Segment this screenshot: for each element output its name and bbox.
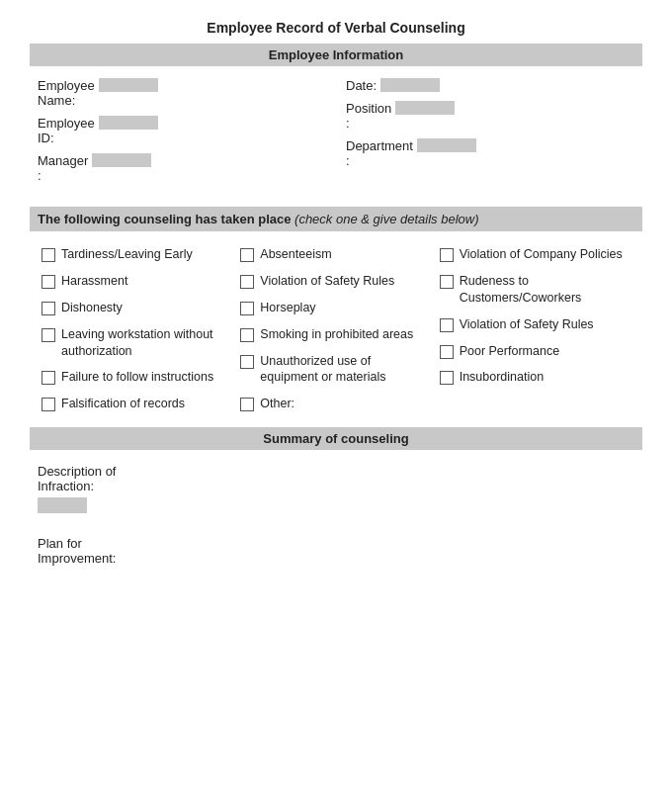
checkbox-rudeness-label: Rudeness to Customers/Coworkers xyxy=(460,273,630,307)
checkbox-rudeness: Rudeness to Customers/Coworkers xyxy=(436,268,634,312)
manager-value xyxy=(92,153,151,167)
description-field: Description ofInfraction: xyxy=(38,464,634,516)
checkbox-violation-safety-box[interactable] xyxy=(240,275,254,289)
checkbox-harassment-label: Harassment xyxy=(61,273,127,290)
checkbox-falsification: Falsification of records xyxy=(38,391,236,417)
checkbox-absenteeism-box[interactable] xyxy=(240,248,254,262)
department-label: Department: xyxy=(346,138,413,168)
plan-field: Plan forImprovement: xyxy=(38,536,634,566)
checkbox-poor-performance-box[interactable] xyxy=(440,345,454,359)
position-label: Position: xyxy=(346,101,391,131)
name-value xyxy=(99,78,158,92)
checkbox-violation-company-label: Violation of Company Policies xyxy=(460,246,623,263)
manager-label: Manager: xyxy=(38,153,88,183)
employee-info-right: Date: Position: Department: xyxy=(346,78,634,183)
checkbox-absenteeism: Absenteeism xyxy=(236,241,435,268)
checkbox-horseplay-label: Horseplay xyxy=(260,300,315,316)
checkbox-dishonesty-label: Dishonesty xyxy=(61,300,123,316)
checkbox-leaving-workstation-box[interactable] xyxy=(42,328,55,342)
date-value xyxy=(380,78,440,92)
checkbox-poor-performance: Poor Performance xyxy=(436,338,634,365)
checkbox-smoking-box[interactable] xyxy=(240,328,254,342)
employee-info-section: Employee Information EmployeeName: Emplo… xyxy=(30,44,642,195)
position-field-row: Position: xyxy=(346,101,634,131)
checkbox-tardiness-label: Tardiness/Leaving Early xyxy=(61,246,193,263)
date-label: Date: xyxy=(346,78,377,93)
counseling-header-italic: (check one & give details below) xyxy=(294,212,478,226)
checkboxes-col3: Violation of Company Policies Rudeness t… xyxy=(436,241,634,417)
description-value xyxy=(38,497,87,513)
checkbox-violation-safety2-box[interactable] xyxy=(440,318,454,332)
checkbox-violation-safety2-label: Violation of Safety Rules xyxy=(460,316,594,333)
summary-body: Description ofInfraction: Plan forImprov… xyxy=(30,460,642,583)
counseling-header-bold: The following counseling has taken place xyxy=(38,212,291,226)
summary-header: Summary of counseling xyxy=(30,427,642,450)
checkbox-harassment: Harassment xyxy=(38,268,236,295)
checkbox-leaving-workstation-label: Leaving workstation without authorizatio… xyxy=(61,326,232,360)
checkbox-poor-performance-label: Poor Performance xyxy=(460,343,559,360)
id-label: EmployeeID: xyxy=(38,116,95,145)
employee-info-left: EmployeeName: EmployeeID: Manager: xyxy=(38,78,326,183)
checkbox-unauthorized-equipment: Unauthorized use of equipment or materia… xyxy=(236,348,435,392)
checkbox-unauthorized-equipment-label: Unauthorized use of equipment or materia… xyxy=(260,353,431,387)
checkbox-insubordination: Insubordination xyxy=(436,364,634,391)
checkbox-violation-company: Violation of Company Policies xyxy=(436,241,634,268)
checkbox-dishonesty: Dishonesty xyxy=(38,295,236,321)
description-label: Description ofInfraction: xyxy=(38,464,634,493)
checkboxes-grid: Tardiness/Leaving Early Harassment Disho… xyxy=(30,241,642,417)
checkbox-violation-safety: Violation of Safety Rules xyxy=(236,268,435,295)
counseling-section: The following counseling has taken place… xyxy=(30,207,642,417)
checkbox-unauthorized-equipment-box[interactable] xyxy=(240,355,254,369)
date-field-row: Date: xyxy=(346,78,634,93)
checkboxes-col2: Absenteeism Violation of Safety Rules Ho… xyxy=(236,241,435,417)
checkbox-absenteeism-label: Absenteeism xyxy=(260,246,331,263)
checkbox-insubordination-label: Insubordination xyxy=(460,369,544,386)
checkboxes-col1: Tardiness/Leaving Early Harassment Disho… xyxy=(38,241,236,417)
main-title: Employee Record of Verbal Counseling xyxy=(30,20,642,36)
manager-field-row: Manager: xyxy=(38,153,326,183)
checkbox-falsification-label: Falsification of records xyxy=(61,396,185,412)
checkbox-smoking: Smoking in prohibited areas xyxy=(236,321,435,348)
checkbox-leaving-workstation: Leaving workstation without authorizatio… xyxy=(38,321,236,365)
id-value xyxy=(99,116,158,130)
employee-info-header: Employee Information xyxy=(30,44,642,66)
department-field-row: Department: xyxy=(346,138,634,168)
checkbox-tardiness: Tardiness/Leaving Early xyxy=(38,241,236,268)
checkbox-harassment-box[interactable] xyxy=(42,275,55,289)
checkbox-horseplay-box[interactable] xyxy=(240,302,254,315)
summary-section: Summary of counseling Description ofInfr… xyxy=(30,427,642,583)
position-value xyxy=(395,101,455,115)
checkbox-failure-follow-box[interactable] xyxy=(42,371,55,385)
name-label: EmployeeName: xyxy=(38,78,95,108)
counseling-header: The following counseling has taken place… xyxy=(30,207,642,231)
checkbox-violation-safety-label: Violation of Safety Rules xyxy=(260,273,394,290)
checkbox-smoking-label: Smoking in prohibited areas xyxy=(260,326,413,343)
checkbox-tardiness-box[interactable] xyxy=(42,248,55,262)
checkbox-falsification-box[interactable] xyxy=(42,398,55,411)
id-field-row: EmployeeID: xyxy=(38,116,326,145)
plan-label: Plan forImprovement: xyxy=(38,536,634,566)
checkbox-horseplay: Horseplay xyxy=(236,295,435,321)
checkbox-failure-follow: Failure to follow instructions xyxy=(38,364,236,391)
department-value xyxy=(417,138,476,152)
checkbox-insubordination-box[interactable] xyxy=(440,371,454,385)
checkbox-dishonesty-box[interactable] xyxy=(42,302,55,315)
checkbox-failure-follow-label: Failure to follow instructions xyxy=(61,369,213,386)
checkbox-violation-company-box[interactable] xyxy=(440,248,454,262)
checkbox-violation-safety2: Violation of Safety Rules xyxy=(436,312,634,338)
checkbox-other-label: Other: xyxy=(260,396,294,412)
checkbox-rudeness-box[interactable] xyxy=(440,275,454,289)
checkbox-other: Other: xyxy=(236,391,435,417)
checkbox-other-box[interactable] xyxy=(240,398,254,411)
name-field-row: EmployeeName: xyxy=(38,78,326,108)
